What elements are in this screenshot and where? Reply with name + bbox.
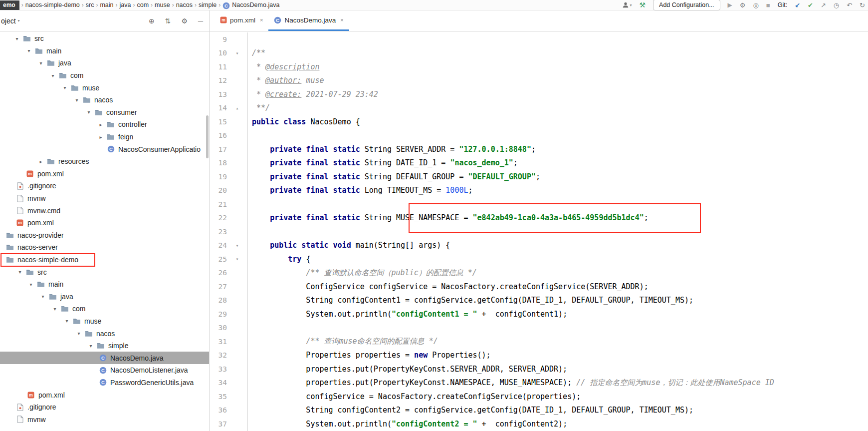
line-number[interactable]: 31 (210, 335, 227, 349)
close-icon[interactable]: × (340, 17, 343, 23)
breadcrumb-item[interactable]: simple (199, 1, 217, 8)
tree-item-com[interactable]: ▾com (0, 303, 209, 315)
editor-line[interactable]: 24▾ public static void main(String[] arg… (210, 239, 868, 253)
line-number[interactable]: 23 (210, 225, 227, 239)
tab-pom-xml[interactable]: mpom.xml× (215, 10, 268, 31)
editor-line[interactable]: 21 (210, 197, 868, 211)
tree-item-nacos-server[interactable]: nacos-server (0, 241, 209, 254)
tree-item-nacos[interactable]: ▾nacos (0, 94, 209, 106)
editor-line[interactable]: 22 private final static String MUSE_NAME… (210, 211, 868, 225)
tree-item-pom-xml[interactable]: mpom.xml (0, 389, 209, 401)
line-number[interactable]: 25 (210, 252, 227, 266)
chevron-down-icon[interactable]: ▾ (72, 97, 82, 103)
breadcrumb-item[interactable]: nacos (176, 1, 193, 8)
line-number[interactable]: 22 (210, 211, 227, 225)
editor-line[interactable]: 16 (210, 129, 868, 143)
editor-line[interactable]: 15public class NacosDemo { (210, 115, 868, 129)
profiler-icon[interactable]: ⚙ (740, 2, 746, 8)
line-number[interactable]: 12 (210, 74, 227, 88)
editor-line[interactable]: 30 (210, 321, 868, 335)
tree-item-muse[interactable]: ▾muse (0, 315, 209, 328)
tree-item--gitignore[interactable]: .gitignore (0, 180, 209, 192)
project-panel-title[interactable]: oject (1, 17, 16, 25)
tree-item-pom-xml[interactable]: mpom.xml (0, 168, 209, 180)
line-number[interactable]: 17 (210, 142, 227, 156)
git-push-icon[interactable]: ↗ (821, 2, 826, 8)
user-account-button[interactable]: ▾ (622, 1, 632, 8)
hide-panel-icon[interactable]: ─ (198, 17, 203, 24)
breadcrumb-file-item[interactable]: NacosDemo.java (232, 1, 279, 8)
editor-line[interactable]: 32 Properties properties = new Propertie… (210, 349, 868, 363)
tree-item-nacosdemo-java[interactable]: CNacosDemo.java (0, 352, 209, 364)
line-number[interactable]: 26 (210, 266, 227, 280)
breadcrumb-item[interactable]: nacos-simple-demo (25, 1, 80, 8)
tree-item-main[interactable]: ▾main (0, 278, 209, 291)
tree-item-pom-xml[interactable]: mpom.xml (0, 217, 209, 229)
tree-item-passwordgenericutils-java[interactable]: CPasswordGenericUtils.java (0, 377, 209, 389)
collapse-all-icon[interactable]: ⇅ (165, 17, 171, 24)
editor-line[interactable]: 33 properties.put(PropertyKeyConst.SERVE… (210, 362, 868, 376)
fold-icon[interactable]: ▾ (227, 46, 248, 60)
build-hammer-icon[interactable]: ⚒ (640, 1, 646, 8)
tree-item-muse[interactable]: ▾muse (0, 81, 209, 94)
fold-icon[interactable]: ▴ (227, 101, 248, 115)
editor-line[interactable]: 29 System.out.println("configContent1 = … (210, 307, 868, 321)
line-number[interactable]: 28 (210, 294, 227, 308)
breadcrumb-item[interactable]: muse (155, 1, 170, 8)
chevron-down-icon[interactable]: ▾ (50, 306, 60, 312)
line-number[interactable]: 29 (210, 307, 227, 321)
line-number[interactable]: 13 (210, 87, 227, 101)
tree-item-nacos-simple-demo[interactable]: nacos-simple-demo (0, 254, 209, 266)
editor-line[interactable]: 26 /** 查询默认命名空间（public）的配置信息 */ (210, 266, 868, 280)
tree-item-src[interactable]: ▾src (0, 32, 209, 45)
chevron-down-icon[interactable]: ▾ (38, 294, 48, 299)
chevron-right-icon[interactable]: ▸ (96, 122, 106, 127)
line-number[interactable]: 32 (210, 349, 227, 363)
tree-item-nacosdemolistener-java[interactable]: CNacosDemoListener.java (0, 364, 209, 377)
breadcrumb-item[interactable]: java (120, 1, 131, 8)
tab-nacosdemo-java[interactable]: CNacosDemo.java× (268, 10, 349, 31)
chevron-right-icon[interactable]: ▸ (96, 134, 106, 140)
tree-item-controller[interactable]: ▸controller (0, 118, 209, 131)
editor-line[interactable]: 14▴ **/ (210, 101, 868, 115)
editor-line[interactable]: 28 String configContent1 = configService… (210, 294, 868, 308)
chevron-down-icon[interactable]: ▾ (24, 48, 34, 53)
chevron-down-icon[interactable]: ▾ (62, 318, 72, 324)
line-number[interactable]: 15 (210, 115, 227, 129)
locate-file-icon[interactable]: ⊕ (149, 17, 155, 24)
chevron-down-icon[interactable]: ▾ (26, 282, 36, 287)
tree-item-consumer[interactable]: ▾consumer (0, 106, 209, 119)
line-number[interactable]: 19 (210, 170, 227, 184)
tree-item-nacos[interactable]: ▾nacos (0, 327, 209, 340)
tree-item-mvnw[interactable]: mvnw (0, 413, 209, 426)
chevron-down-icon[interactable]: ▾ (84, 109, 94, 115)
tree-item-com[interactable]: ▾com (0, 69, 209, 82)
line-number[interactable]: 16 (210, 129, 227, 143)
line-number[interactable]: 36 (210, 404, 227, 418)
line-number[interactable]: 24 (210, 239, 227, 253)
line-number[interactable]: 27 (210, 280, 227, 294)
add-configuration-button[interactable]: Add Configuration... (653, 0, 720, 10)
editor-line[interactable]: 18 private final static String DATE_ID_1… (210, 156, 868, 170)
line-number[interactable]: 10 (210, 46, 227, 60)
fold-icon[interactable]: ▾ (227, 252, 248, 266)
chevron-down-icon[interactable]: ▾ (12, 36, 22, 41)
editor-line[interactable]: 34 properties.put(PropertyKeyConst.NAMES… (210, 376, 868, 390)
code-editor[interactable]: 910▾/**11 * @description12 * @author: mu… (210, 31, 868, 431)
editor-line[interactable]: 20 private final static Long TIMEOUT_MS … (210, 184, 868, 198)
editor-line[interactable]: 25▾ try { (210, 252, 868, 266)
project-badge[interactable]: emo (0, 0, 19, 10)
tree-item-mvnw[interactable]: mvnw (0, 192, 209, 205)
git-update-icon[interactable]: ↙ (795, 2, 800, 8)
refresh-icon[interactable]: ↻ (860, 2, 865, 8)
editor-line[interactable]: 31 /** 查询muse命名空间的配置信息 */ (210, 335, 868, 349)
tree-item-src[interactable]: ▾src (0, 266, 209, 278)
tree-item-simple[interactable]: ▾simple (0, 340, 209, 352)
line-number[interactable]: 20 (210, 184, 227, 198)
git-commit-icon[interactable]: ✔ (808, 2, 813, 8)
line-number[interactable]: 9 (210, 32, 227, 46)
tree-item-nacosconsumerapplicatio[interactable]: CNacosConsumerApplicatio (0, 143, 209, 155)
line-number[interactable]: 30 (210, 321, 227, 335)
line-number[interactable]: 33 (210, 362, 227, 376)
tree-item-java[interactable]: ▾java (0, 57, 209, 69)
